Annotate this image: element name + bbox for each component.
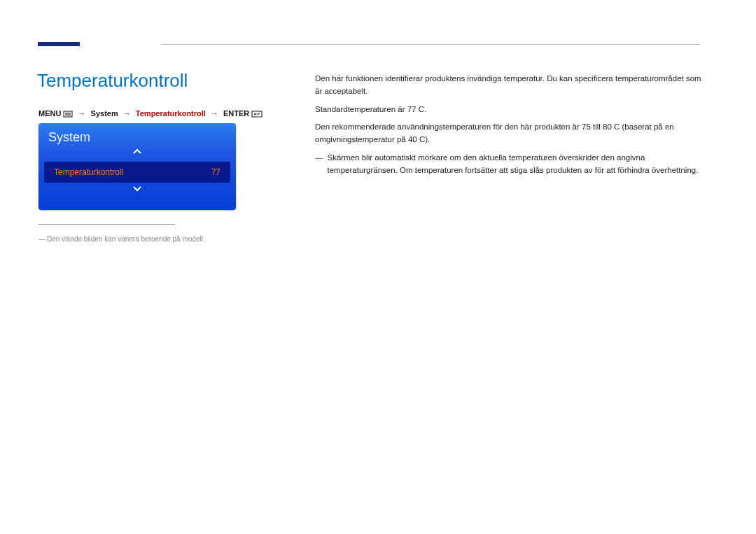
chevron-down-icon[interactable] — [38, 185, 236, 197]
arrow-icon: → — [78, 109, 86, 118]
breadcrumb: MENU → System → Temperaturkontroll → ENT… — [38, 109, 262, 118]
dash-icon: ― — [38, 235, 44, 243]
osd-row-value: 77 — [211, 167, 220, 177]
header-rule — [161, 44, 700, 45]
osd-panel: System Temperaturkontroll 77 — [38, 123, 236, 210]
dash-icon: ― — [315, 152, 323, 177]
body-paragraph: Standardtemperaturen är 77 C. — [315, 104, 704, 116]
body-note: ― Skärmen blir automatiskt mörkare om de… — [315, 152, 704, 177]
breadcrumb-menu: MENU — [38, 109, 61, 118]
enter-icon — [251, 111, 262, 118]
breadcrumb-enter: ENTER — [223, 109, 249, 118]
footnote-rule — [38, 224, 175, 225]
body-paragraph: Den rekommenderade användningstemperatur… — [315, 121, 704, 146]
body-paragraph: Den här funktionen identifierar produkte… — [315, 73, 704, 98]
footnote: ― Den visade bilden kan variera beroende… — [38, 235, 205, 243]
header-accent-bar — [38, 42, 80, 46]
osd-header: System — [38, 123, 236, 148]
chevron-up-icon[interactable] — [38, 148, 236, 159]
body-column: Den här funktionen identifierar produkte… — [315, 73, 704, 177]
breadcrumb-item: Temperaturkontroll — [136, 109, 206, 118]
osd-row-temperature[interactable]: Temperaturkontroll 77 — [44, 162, 230, 183]
page-title: Temperaturkontroll — [37, 70, 188, 92]
body-note-text: Skärmen blir automatiskt mörkare om den … — [328, 152, 704, 177]
footnote-text: Den visade bilden kan variera beroende p… — [47, 235, 205, 243]
menu-icon — [63, 111, 73, 118]
osd-row-label: Temperaturkontroll — [54, 167, 123, 177]
breadcrumb-system: System — [91, 109, 118, 118]
arrow-icon: → — [211, 109, 218, 118]
arrow-icon: → — [123, 109, 131, 118]
